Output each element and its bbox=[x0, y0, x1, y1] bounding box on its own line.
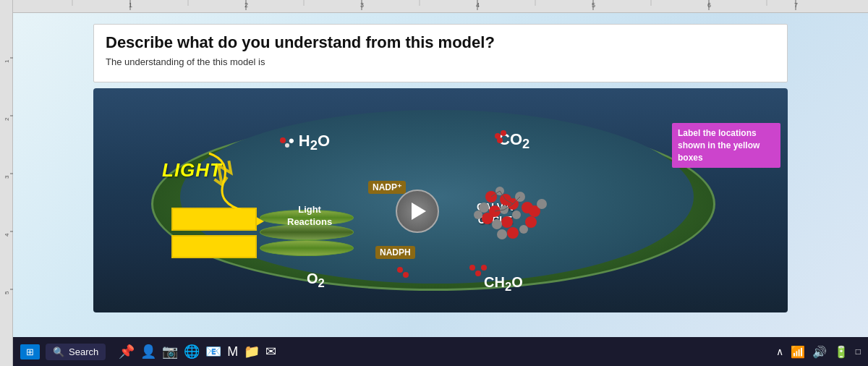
app-icon-4[interactable]: 🌐 bbox=[184, 344, 200, 359]
diagram-container: LIGHT ↯ • H2O CO2 Label the locations sh bbox=[93, 88, 788, 312]
o2-label: O2 bbox=[307, 271, 325, 291]
molecule-dot-4 bbox=[501, 130, 506, 136]
app-icon-7[interactable]: 📁 bbox=[244, 344, 260, 359]
main-content: Describe what do you understand from thi… bbox=[13, 13, 868, 366]
svg-point-50 bbox=[497, 229, 507, 239]
taskbar-search-box[interactable]: 🔍 Search bbox=[46, 344, 106, 360]
svg-text:1: 1 bbox=[4, 59, 10, 63]
svg-text:1: 1 bbox=[129, 1, 132, 9]
taskbar: ⊞ 🔍 Search 📌 👤 📷 🌐 📧 M 📁 ✉ ∧ 📶 🔊 🔋 □ bbox=[13, 337, 868, 366]
windows-button[interactable]: ⊞ bbox=[20, 344, 40, 359]
svg-text:3: 3 bbox=[4, 175, 10, 179]
app-icon-1[interactable]: 📌 bbox=[119, 344, 135, 359]
svg-point-41 bbox=[501, 216, 513, 228]
wifi-icon[interactable]: 📶 bbox=[791, 345, 805, 359]
molecule-dot-1 bbox=[280, 137, 286, 143]
svg-point-46 bbox=[537, 199, 547, 209]
stroma-molecules bbox=[448, 168, 578, 276]
volume-icon[interactable]: 🔊 bbox=[812, 345, 827, 359]
svg-text:4: 4 bbox=[476, 1, 480, 9]
search-icon: 🔍 bbox=[53, 346, 64, 357]
bottom-dot-5 bbox=[481, 265, 487, 271]
app-icon-6[interactable]: M bbox=[227, 344, 238, 359]
svg-text:3: 3 bbox=[360, 1, 364, 9]
svg-point-40 bbox=[512, 210, 521, 219]
svg-text:5: 5 bbox=[4, 291, 10, 294]
search-label: Search bbox=[69, 346, 98, 357]
svg-text:4: 4 bbox=[4, 233, 10, 237]
ch2o-label: CH2O bbox=[484, 274, 523, 294]
ruler-left: 1 2 3 4 5 bbox=[0, 0, 13, 366]
ch2o-text: CH2O bbox=[484, 274, 523, 290]
play-icon bbox=[412, 203, 426, 220]
h2o-text: • H2O bbox=[289, 132, 330, 150]
svg-text:5: 5 bbox=[592, 1, 595, 9]
app-icon-3[interactable]: 📷 bbox=[162, 344, 178, 359]
nadp-text: NADP⁺ bbox=[373, 182, 401, 192]
svg-text:7: 7 bbox=[794, 1, 798, 9]
svg-point-48 bbox=[519, 225, 528, 234]
svg-point-49 bbox=[507, 227, 519, 239]
light-reactions-label: Light Reactions bbox=[287, 204, 332, 229]
svg-point-43 bbox=[482, 213, 493, 224]
taskbar-caret-icon[interactable]: ∧ bbox=[776, 346, 783, 357]
bottom-dot-1 bbox=[397, 267, 403, 273]
svg-point-42 bbox=[492, 219, 502, 229]
question-subtitle: The understanding of the this model is bbox=[106, 56, 775, 67]
question-title: Describe what do you understand from thi… bbox=[106, 33, 775, 52]
o2-text: O2 bbox=[307, 271, 325, 286]
bottom-dot-3 bbox=[469, 265, 475, 271]
taskbar-app-icons: 📌 👤 📷 🌐 📧 M 📁 ✉ bbox=[119, 344, 276, 359]
question-card: Describe what do you understand from thi… bbox=[93, 24, 788, 82]
svg-point-44 bbox=[474, 210, 482, 219]
thylakoid-disk-3 bbox=[260, 240, 354, 256]
taskbar-window-icon[interactable]: □ bbox=[856, 346, 861, 357]
app-icon-5[interactable]: 📧 bbox=[205, 344, 221, 359]
light-curve-arrow bbox=[202, 146, 289, 218]
taskbar-system-icons: ∧ 📶 🔊 🔋 □ bbox=[776, 345, 861, 359]
ruler-top: 1 2 3 4 5 6 7 bbox=[0, 0, 868, 13]
nadph-label: NADPH bbox=[375, 246, 415, 259]
windows-icon: ⊞ bbox=[26, 346, 34, 357]
app-icon-2[interactable]: 👤 bbox=[140, 344, 156, 359]
svg-point-47 bbox=[525, 216, 537, 228]
svg-text:2: 2 bbox=[244, 1, 248, 9]
yellow-box-left-2 bbox=[171, 235, 257, 258]
nadph-text: NADPH bbox=[380, 247, 411, 258]
label-instruction-box: Label the locations shown in the yellow … bbox=[672, 123, 780, 168]
bottom-dot-2 bbox=[403, 272, 409, 278]
nadp-label: NADP⁺ bbox=[368, 181, 406, 194]
battery-icon[interactable]: 🔋 bbox=[834, 345, 848, 359]
svg-text:2: 2 bbox=[4, 117, 10, 121]
molecule-dot-5 bbox=[497, 137, 503, 143]
app-icon-8[interactable]: ✉ bbox=[265, 344, 276, 359]
bottom-dot-4 bbox=[475, 271, 481, 276]
play-button[interactable] bbox=[396, 190, 439, 233]
h2o-label: • H2O bbox=[289, 132, 330, 153]
svg-text:6: 6 bbox=[707, 1, 711, 9]
